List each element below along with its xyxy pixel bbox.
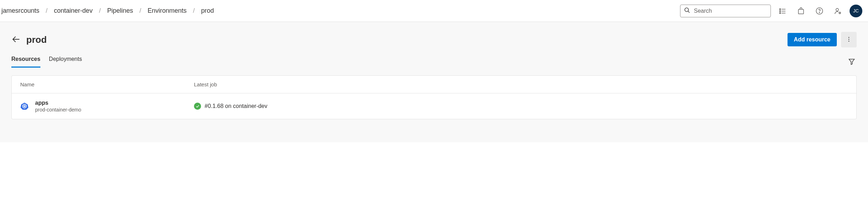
breadcrumb-item[interactable]: Environments <box>148 7 187 15</box>
work-items-icon[interactable] <box>779 7 786 15</box>
top-bar: jamesrcounts / container-dev / Pipelines… <box>0 0 868 22</box>
breadcrumb-separator: / <box>99 7 101 15</box>
page-header: prod Add resource <box>11 22 857 47</box>
table-row[interactable]: apps prod-container-demo #0.1.68 on cont… <box>12 93 856 119</box>
page-title: prod <box>26 34 47 45</box>
svg-line-1 <box>688 11 690 13</box>
svg-point-12 <box>839 12 840 13</box>
column-header-latest-job: Latest job <box>194 81 848 87</box>
svg-point-10 <box>819 12 819 12</box>
topbar-actions <box>779 7 842 15</box>
arrow-left-icon <box>11 35 21 45</box>
breadcrumb-item[interactable]: Pipelines <box>107 7 133 15</box>
latest-job-cell: #0.1.68 on container-dev <box>194 103 267 110</box>
tab-row: Resources Deployments <box>11 56 857 68</box>
help-icon[interactable] <box>816 7 823 15</box>
avatar[interactable]: JC <box>850 5 862 17</box>
svg-marker-17 <box>849 59 855 64</box>
breadcrumb-item[interactable]: container-dev <box>54 7 93 15</box>
resource-name: apps <box>35 100 81 106</box>
svg-point-16 <box>848 41 849 41</box>
avatar-initials: JC <box>853 8 859 13</box>
breadcrumb-separator: / <box>46 7 48 15</box>
tab-resources[interactable]: Resources <box>11 56 40 68</box>
tabs: Resources Deployments <box>11 56 82 68</box>
svg-point-14 <box>848 37 849 38</box>
marketplace-icon[interactable] <box>797 7 805 15</box>
tab-deployments[interactable]: Deployments <box>49 56 82 68</box>
resource-cell: apps prod-container-demo <box>20 100 194 113</box>
breadcrumb-item[interactable]: jamesrcounts <box>1 7 39 15</box>
user-settings-icon[interactable] <box>834 7 842 15</box>
column-header-name: Name <box>20 81 194 87</box>
svg-point-0 <box>685 8 689 12</box>
svg-rect-6 <box>780 12 781 13</box>
resource-subtitle: prod-container-demo <box>35 107 81 113</box>
success-icon <box>194 103 201 110</box>
breadcrumb: jamesrcounts / container-dev / Pipelines… <box>0 7 680 15</box>
svg-rect-4 <box>780 11 781 12</box>
svg-rect-2 <box>780 8 781 10</box>
filter-button[interactable] <box>847 57 857 68</box>
search-input[interactable] <box>690 8 767 14</box>
content-area: prod Add resource Resources Deployments <box>0 22 868 142</box>
latest-job-text: #0.1.68 on container-dev <box>205 103 267 109</box>
more-vertical-icon <box>846 36 852 44</box>
filter-icon <box>848 58 855 66</box>
search-box[interactable] <box>680 5 771 17</box>
svg-point-15 <box>848 39 849 39</box>
breadcrumb-separator: / <box>139 7 141 15</box>
back-button[interactable] <box>11 35 21 45</box>
breadcrumb-item[interactable]: prod <box>201 7 214 15</box>
add-resource-button[interactable]: Add resource <box>788 33 837 46</box>
kubernetes-icon <box>20 102 29 110</box>
more-actions-button[interactable] <box>841 32 857 47</box>
resources-table: Name Latest job <box>11 75 857 119</box>
table-header: Name Latest job <box>12 76 856 93</box>
svg-point-11 <box>836 8 839 11</box>
breadcrumb-separator: / <box>193 7 195 15</box>
svg-rect-8 <box>799 9 804 14</box>
search-icon <box>684 7 690 15</box>
